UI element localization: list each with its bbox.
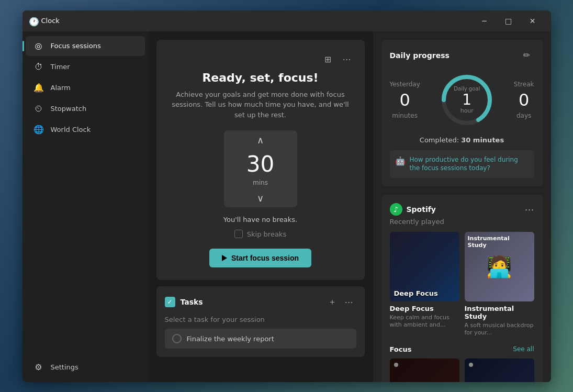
alarm-icon: 🔔 <box>34 83 43 93</box>
dp-title: Daily progress <box>390 51 520 60</box>
focus-dot-2 <box>469 363 473 367</box>
sidebar-item-world-clock-label: World Clock <box>51 126 91 133</box>
recently-played-label: Recently played <box>390 218 534 226</box>
sidebar-item-alarm[interactable]: 🔔 Alarm <box>26 78 145 98</box>
playlist-item-instrumental[interactable]: 🧑‍💻 InstrumentalStudy Instrumental Study… <box>465 232 534 337</box>
sidebar-item-focus-sessions-label: Focus sessions <box>51 42 101 50</box>
sidebar-item-stopwatch[interactable]: ⏲ Stopwatch <box>26 99 145 119</box>
playlist-item-deep-focus[interactable]: Deep Focus Deep Focus Keep calm and focu… <box>390 232 459 337</box>
sidebar-item-settings[interactable]: ⚙ Settings <box>26 357 145 377</box>
focus-title: Ready, set, focus! <box>202 71 318 84</box>
dp-completed: Completed: 30 minutes <box>390 136 534 144</box>
focus-card-header-row: ⊞ ⋯ <box>167 52 354 67</box>
daily-progress-card: Daily progress ✏ Yesterday 0 minutes <box>381 40 543 187</box>
skip-breaks-label: Skip breaks <box>247 230 286 238</box>
dp-stats: Yesterday 0 minutes Daily goal 1 <box>390 71 534 129</box>
spotify-logo: ♪ <box>390 203 402 216</box>
playlist-thumb-2: 🧑‍💻 InstrumentalStudy <box>465 232 534 301</box>
play-icon <box>222 255 227 261</box>
sidebar-item-alarm-label: Alarm <box>51 84 71 92</box>
instrumental-overlay: InstrumentalStudy <box>468 235 510 249</box>
spotify-header: ♪ Spotify ⋯ <box>390 203 534 216</box>
streak-unit: days <box>516 112 531 119</box>
window-controls: ─ □ ✕ <box>473 13 545 29</box>
dp-feedback-text[interactable]: How productive do you feel during the fo… <box>410 155 529 173</box>
tasks-card: ✓ Tasks ＋ ⋯ Select a task for your sessi… <box>156 286 365 357</box>
time-value: 30 <box>246 149 274 179</box>
spotify-name: Spotify <box>407 205 525 214</box>
stopwatch-icon: ⏲ <box>34 104 43 114</box>
main-content: ⊞ ⋯ Ready, set, focus! Achieve your goal… <box>148 31 551 382</box>
streak-value: 0 <box>519 90 529 110</box>
world-clock-icon: 🌐 <box>34 125 43 135</box>
more-options-button[interactable]: ⋯ <box>340 52 354 67</box>
goal-label: Daily goal <box>454 86 480 92</box>
start-focus-session-button[interactable]: Start focus session <box>209 249 311 267</box>
dp-edit-button[interactable]: ✏ <box>520 48 534 63</box>
playlist-person-icon: 🧑‍💻 <box>486 254 512 279</box>
settings-icon: ⚙ <box>34 363 43 372</box>
app-window: 🕐 Clock ─ □ ✕ ◎ Focus sessions ⏱ Timer 🔔… <box>23 10 551 382</box>
start-btn-label: Start focus session <box>231 254 299 262</box>
tasks-subtitle: Select a task for your session <box>165 316 356 323</box>
spotify-more-button[interactable]: ⋯ <box>525 204 534 215</box>
add-task-button[interactable]: ＋ <box>325 295 340 309</box>
sidebar-item-world-clock[interactable]: 🌐 World Clock <box>26 120 145 140</box>
tasks-header: ✓ Tasks ＋ ⋯ <box>165 295 356 309</box>
window-title: Clock <box>41 17 473 25</box>
yesterday-label: Yesterday <box>390 81 420 88</box>
task-label: Finalize the weekly report <box>187 335 274 343</box>
time-up-button[interactable]: ∧ <box>224 130 297 149</box>
skip-breaks-checkbox[interactable] <box>234 230 243 238</box>
focus-thumb-deep-focus[interactable]: Deep Focus <box>465 359 534 382</box>
time-picker: ∧ 30 mins ∨ <box>224 130 297 207</box>
spotify-card: ♪ Spotify ⋯ Recently played Deep Focus D… <box>381 195 543 382</box>
titlebar: 🕐 Clock ─ □ ✕ <box>23 10 551 31</box>
playlist-name-overlay-1: Deep Focus <box>394 289 455 297</box>
focus-grid: Coding Deep Focus <box>390 359 534 382</box>
focus-thumb-coding[interactable]: Coding <box>390 359 459 382</box>
minimize-button[interactable]: ─ <box>473 13 497 29</box>
no-breaks-text: You'll have no breaks. <box>223 216 297 223</box>
dp-feedback[interactable]: 🤖 How productive do you feel during the … <box>390 150 534 178</box>
see-all-link[interactable]: See all <box>513 345 534 353</box>
dp-header: Daily progress ✏ <box>390 48 534 63</box>
focus-section-header: Focus See all <box>390 345 534 353</box>
tasks-icon: ✓ <box>165 297 175 307</box>
time-unit: mins <box>253 179 268 188</box>
tasks-more-button[interactable]: ⋯ <box>342 295 356 309</box>
left-panel: ⊞ ⋯ Ready, set, focus! Achieve your goal… <box>148 31 373 382</box>
dp-stat-streak: Streak 0 days <box>514 81 534 119</box>
tasks-title: Tasks <box>181 298 325 306</box>
tasks-actions: ＋ ⋯ <box>325 295 356 309</box>
dp-stat-yesterday: Yesterday 0 minutes <box>390 81 420 119</box>
playlist-name-2: Instrumental Study <box>465 305 534 320</box>
streak-label: Streak <box>514 81 534 88</box>
sidebar: ◎ Focus sessions ⏱ Timer 🔔 Alarm ⏲ Stopw… <box>23 31 148 382</box>
close-button[interactable]: ✕ <box>521 13 545 29</box>
fullscreen-button[interactable]: ⊞ <box>321 52 335 67</box>
playlist-desc-2: A soft musical backdrop for your... <box>465 322 534 337</box>
goal-unit: hour <box>460 107 474 114</box>
goal-value: 1 <box>462 93 471 107</box>
dp-completed-value: 30 minutes <box>461 136 504 144</box>
sidebar-item-timer-label: Timer <box>51 63 70 71</box>
sidebar-item-focus-sessions[interactable]: ◎ Focus sessions <box>26 36 145 56</box>
yesterday-value: 0 <box>399 90 410 110</box>
maximize-button[interactable]: □ <box>497 13 521 29</box>
playlist-grid: Deep Focus Deep Focus Keep calm and focu… <box>390 232 534 337</box>
playlist-thumb-1: Deep Focus <box>390 232 459 301</box>
sidebar-item-timer[interactable]: ⏱ Timer <box>26 57 145 77</box>
focus-sessions-icon: ◎ <box>34 41 43 51</box>
app-icon: 🕐 <box>29 17 37 25</box>
sidebar-settings-label: Settings <box>51 363 78 371</box>
yesterday-unit: minutes <box>392 112 418 119</box>
task-item[interactable]: Finalize the weekly report <box>165 329 356 349</box>
focus-subtitle: Achieve your goals and get more done wit… <box>167 89 354 120</box>
task-radio[interactable] <box>172 334 182 343</box>
right-panel: Daily progress ✏ Yesterday 0 minutes <box>373 31 551 382</box>
focus-card: ⊞ ⋯ Ready, set, focus! Achieve your goal… <box>156 40 365 281</box>
skip-breaks-row: Skip breaks <box>234 230 286 238</box>
time-down-button[interactable]: ∨ <box>224 188 297 207</box>
donut-center: Daily goal 1 hour <box>454 86 480 114</box>
